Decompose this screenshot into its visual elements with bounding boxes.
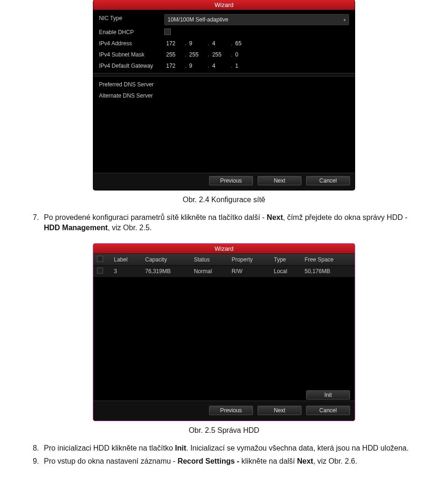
col-status: Status [190, 254, 228, 266]
table-row[interactable]: 3 76,319MB Normal R/W Local 50,176MB [93, 265, 355, 277]
ipv4-mask-input[interactable]: 255. 255. 255. 0 [164, 50, 349, 59]
preferred-dns-label: Preferred DNS Server [97, 79, 162, 90]
wizard-footer: Previous Next Cancel [93, 173, 355, 190]
wizard-footer: Previous Next Cancel [93, 401, 355, 421]
previous-button[interactable]: Previous [209, 176, 253, 185]
col-type: Type [270, 254, 301, 266]
ip-octet: 65 [233, 39, 253, 48]
row-checkbox[interactable] [97, 268, 103, 274]
nic-type-label: NIC Type [97, 13, 162, 26]
ipv4-mask-label: IPv4 Subnet Mask [97, 49, 162, 60]
empty-table-area [93, 277, 355, 388]
empty-space [93, 103, 355, 168]
ipv4-gateway-input[interactable]: 172. 9. 4. 1 [164, 62, 349, 70]
ip-octet: 9 [187, 62, 207, 70]
ip-octet: 0 [233, 50, 253, 59]
next-button[interactable]: Next [258, 406, 301, 415]
nic-type-value: 10M/100M Self-adaptive [168, 16, 228, 23]
instruction-list: Pro inicializaci HDD klikněte na tlačítk… [28, 443, 420, 467]
alternate-dns-input[interactable] [162, 91, 351, 101]
instruction-item-9: Pro vstup do okna nastavení záznamu - Re… [41, 456, 420, 466]
col-capacity: Capacity [141, 254, 190, 266]
ip-octet: 1 [233, 62, 253, 70]
previous-button[interactable]: Previous [209, 406, 253, 415]
wizard-title: Wizard [93, 244, 355, 254]
nic-type-select[interactable]: 10M/100M Self-adaptive ▾ [164, 14, 349, 25]
hdd-wizard-window: Wizard Label Capacity Status Property Ty… [93, 244, 355, 421]
figure-caption-2-5: Obr. 2.5 Správa HDD [0, 426, 448, 435]
init-row: Init [93, 388, 355, 401]
ipv4-address-label: IPv4 Address [97, 38, 162, 49]
cell-property: R/W [228, 265, 270, 277]
wizard-body: NIC Type 10M/100M Self-adaptive ▾ Enable… [93, 10, 355, 173]
ip-octet: 4 [210, 62, 230, 70]
figure-caption-2-4: Obr. 2.4 Konfigurace sítě [0, 196, 448, 204]
ipv4-gateway-label: IPv4 Default Gateway [97, 61, 162, 71]
enable-dhcp-label: Enable DHCP [97, 27, 162, 37]
col-free: Free Space [301, 254, 355, 266]
alternate-dns-label: Alternate DNS Server [97, 91, 162, 101]
cell-status: Normal [190, 265, 228, 277]
enable-dhcp-checkbox[interactable] [164, 28, 171, 35]
network-wizard-window: Wizard NIC Type 10M/100M Self-adaptive ▾… [93, 0, 355, 190]
preferred-dns-input[interactable] [162, 79, 351, 90]
hdd-table: Label Capacity Status Property Type Free… [93, 254, 355, 277]
instruction-item-8: Pro inicializaci HDD klikněte na tlačítk… [41, 443, 420, 453]
cell-label: 3 [110, 265, 141, 277]
select-all-checkbox[interactable] [97, 256, 103, 262]
wizard-title: Wizard [93, 0, 355, 10]
ip-octet: 9 [187, 39, 207, 48]
next-button[interactable]: Next [258, 176, 301, 185]
ipv4-address-input[interactable]: 172. 9. 4. 65 [164, 39, 349, 48]
cell-capacity: 76,319MB [141, 265, 190, 277]
instruction-item-7: Po provedené konfiguraci parametrů sítě … [41, 212, 420, 233]
ip-octet: 255 [187, 50, 207, 59]
col-label: Label [110, 254, 141, 266]
ip-octet: 4 [210, 39, 230, 48]
cell-free: 50,176MB [301, 265, 355, 277]
instruction-list: Po provedené konfiguraci parametrů sítě … [28, 212, 420, 233]
cell-type: Local [270, 265, 301, 277]
init-button[interactable]: Init [306, 390, 350, 400]
chevron-down-icon: ▾ [343, 17, 346, 22]
cancel-button[interactable]: Cancel [306, 176, 350, 185]
cancel-button[interactable]: Cancel [306, 406, 350, 415]
ip-octet: 255 [210, 50, 230, 59]
col-property: Property [228, 254, 270, 266]
ip-octet: 255 [164, 50, 184, 59]
section-separator [93, 73, 355, 77]
ip-octet: 172 [164, 39, 184, 48]
ip-octet: 172 [164, 62, 184, 70]
